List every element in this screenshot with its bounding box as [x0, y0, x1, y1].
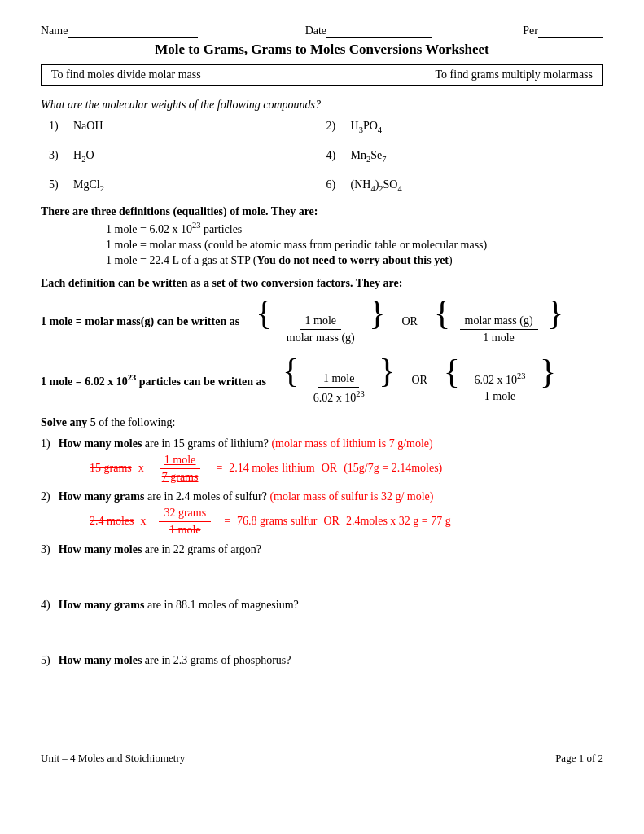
problem-2: 2) How many grams are in 2.4 moles of su…	[41, 490, 603, 537]
fraction-2a: 1 mole 6.02 x 1023	[302, 372, 376, 405]
problem-3-text: How many moles are in 22 grams of argon?	[59, 543, 261, 556]
or-1: OR	[401, 315, 417, 328]
info-box: To find moles divide molar mass To find …	[41, 64, 603, 86]
definitions-heading: There are three definitions (equalities)…	[41, 205, 603, 218]
problem-1: 1) How many moles are in 15 grams of lit…	[41, 437, 603, 484]
sol2-fraction: 32 grams 1 mole	[152, 507, 217, 537]
solve-section: Solve any 5 of the following: 1) How man…	[41, 416, 603, 703]
definitions-section: There are three definitions (equalities)…	[41, 205, 603, 267]
per-field: Per	[523, 24, 603, 38]
sol1-result: 2.14 moles lithium	[229, 462, 314, 475]
info-left: To find moles divide molar mass	[51, 68, 201, 81]
footer-right: Page 1 of 2	[555, 752, 603, 765]
conversion-row-1: 1 mole = molar mass(g) can be written as…	[41, 298, 603, 345]
list-item: 6) (NH4)2SO4	[326, 178, 604, 193]
sol1-fraction: 1 mole 7 grams	[151, 454, 210, 484]
or-2: OR	[411, 374, 427, 387]
list-item: 3) H2O	[49, 149, 326, 164]
definition-1: 1 mole = 6.02 x 1023 particles	[106, 221, 603, 236]
problem-1-num: 1)	[41, 437, 50, 450]
sol1-alt: (15g/7g = 2.14moles)	[344, 462, 442, 475]
definition-2: 1 mole = molar mass (could be atomic mas…	[106, 239, 603, 252]
problem-5: 5) How many moles are in 2.3 grams of ph…	[41, 654, 603, 703]
date-field: Date	[305, 24, 432, 38]
conversion-row-2: 1 mole = 6.02 x 1023 particles can be wr…	[41, 356, 603, 405]
info-right: To find grams multiply molarmass	[436, 68, 593, 81]
fraction-1a: 1 mole molar mass (g)	[275, 314, 366, 345]
compounds-grid: 1) NaOH 2) H3PO4 3) H2O 4) Mn2Se7 5) MgC…	[41, 120, 603, 192]
page-title: Mole to Grams, Grams to Moles Conversion…	[41, 42, 603, 58]
sol2-alt: 2.4moles x 32 g = 77 g	[346, 515, 451, 528]
problem-3: 3) How many moles are in 22 grams of arg…	[41, 543, 603, 592]
footer: Unit – 4 Moles and Stoichiometry Page 1 …	[41, 752, 603, 765]
section1-title: What are the molecular weights of the fo…	[41, 99, 603, 112]
conversion1-label: 1 mole = molar mass(g) can be written as	[41, 315, 239, 328]
fraction-1b: molar mass (g) 1 mole	[453, 314, 545, 345]
definition-3: 1 mole = 22.4 L of a gas at STP (You do …	[106, 254, 603, 267]
list-item: 4) Mn2Se7	[326, 149, 604, 164]
footer-left: Unit – 4 Moles and Stoichiometry	[41, 752, 185, 765]
fraction-2b: 6.02 x 1023 1 mole	[463, 371, 537, 404]
name-field: Name	[41, 24, 198, 38]
solution-2: 2.4 moles x 32 grams 1 mole = 76.8 grams…	[41, 507, 603, 537]
problem-4-text: How many grams are in 88.1 moles of magn…	[59, 599, 299, 612]
list-item: 5) MgCl2	[49, 178, 326, 193]
solve-intro: Solve any 5 of the following:	[41, 416, 603, 429]
list-item: 2) H3PO4	[326, 120, 604, 134]
sol2-moles: 2.4 moles	[90, 515, 134, 528]
problem-5-num: 5)	[41, 654, 50, 667]
header: Name Date Per	[41, 24, 603, 38]
sol2-result: 76.8 grams sulfur	[237, 515, 317, 528]
problem-1-text: How many moles are in 15 grams of lithiu…	[59, 437, 433, 450]
solution-1: 15 grams x 1 mole 7 grams = 2.14 moles l…	[41, 454, 603, 484]
sol1-grams: 15 grams	[90, 462, 132, 475]
problem-3-num: 3)	[41, 543, 50, 556]
conversion-heading: Each definition can be written as a set …	[41, 277, 603, 290]
problem-5-text: How many moles are in 2.3 grams of phosp…	[59, 654, 291, 667]
problem-2-num: 2)	[41, 490, 50, 503]
problem-4: 4) How many grams are in 88.1 moles of m…	[41, 599, 603, 647]
problem-2-text: How many grams are in 2.4 moles of sulfu…	[59, 490, 434, 503]
conversion2-label: 1 mole = 6.02 x 1023 particles can be wr…	[41, 373, 266, 388]
problem-4-num: 4)	[41, 599, 50, 612]
list-item: 1) NaOH	[49, 120, 326, 134]
